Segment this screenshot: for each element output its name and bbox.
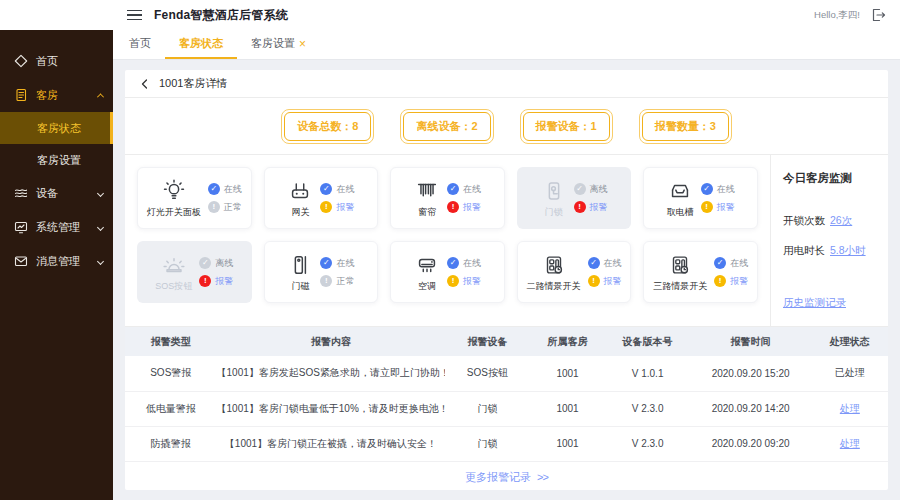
sidebar-item-messages[interactable]: 消息管理 [0,244,113,278]
ac-icon [414,252,440,278]
status-label: 在线 [730,257,748,270]
sidebar-item-room-status[interactable]: 客房状态 [0,112,113,144]
tab-room-settings[interactable]: 客房设置 × [237,30,320,59]
stat-alarm-count: 报警数量：3 [639,109,732,144]
cell-alarm-type: 防撬警报 [125,426,217,461]
status-label: 报警 [215,275,233,288]
device-name: 灯光开关面板 [147,206,201,219]
today-monitor-panel: 今日客房监测 开锁次数26次 用电时长5.8小时 历史监测记录 [770,155,888,326]
tab-home[interactable]: 首页 [115,30,165,59]
device-card-light-panel[interactable]: 灯光开关面板 在线 正常 [137,167,252,229]
device-name: 空调 [418,280,436,293]
status-label: 离线 [215,257,233,270]
handle-link[interactable]: 处理 [840,438,860,449]
col-alarm-type: 报警类型 [125,327,217,356]
cell-alarm-time: 2020.09.20 09:20 [690,426,812,461]
device-name: 取电槽 [667,206,694,219]
metric-label: 开锁次数 [783,214,825,226]
history-records-link[interactable]: 历史监测记录 [783,296,846,310]
tab-label: 客房设置 [251,36,295,51]
status-label: 报警 [730,275,748,288]
more-alarm-records-link[interactable]: 更多报警记录>> [465,471,548,483]
sidebar-item-devices[interactable]: 设备 [0,176,113,210]
device-card-ac[interactable]: 空调 在线 报警 [390,241,505,303]
device-card-grid: 灯光开关面板 在线 正常 [125,155,770,326]
sidebar-item-label: 客房状态 [37,121,81,136]
status-label: 在线 [604,257,622,270]
sidebar-item-system[interactable]: 系统管理 [0,210,113,244]
online-status-icon [447,257,459,269]
device-name: SOS按钮 [155,280,192,293]
device-card-curtain[interactable]: 窗帘 在线 报警 [390,167,505,229]
alarm-status-icon [588,275,600,287]
tab-bar: 首页 客房状态 客房设置 × [113,30,900,60]
gateway-icon [287,178,313,204]
top-header: Fenda智慧酒店后管系统 Hello,李四! [0,0,900,30]
power-duration-link[interactable]: 5.8小时 [830,244,866,256]
cell-room: 1001 [529,356,605,391]
handle-link[interactable]: 处理 [840,403,860,414]
system-icon [14,220,28,234]
online-status-icon [588,257,600,269]
table-row: 防撬警报 【1001】客房门锁正在被撬，请及时确认安全！ 门锁 1001 V 2… [125,426,888,461]
logout-icon[interactable] [870,7,886,23]
close-icon[interactable]: × [299,38,306,50]
device-card-gateway[interactable]: 网关 在线 报警 [264,167,379,229]
device-card-scene-switch-3[interactable]: 三路情景开关 在线 报警 [643,241,758,303]
device-card-scene-switch-2[interactable]: 二路情景开关 在线 报警 [517,241,632,303]
stat-value: 3 [710,120,716,132]
cell-device-version: V 2.3.0 [606,391,690,426]
scene-switch-icon [667,252,693,278]
device-card-door-magnet[interactable]: 门磁 在线 正常 [264,241,379,303]
sidebar-item-home[interactable]: 首页 [0,44,113,78]
chevron-down-icon [97,189,104,196]
sidebar-item-label: 客房设置 [37,153,81,168]
online-status-icon [199,257,211,269]
alarm-status-icon [574,201,586,213]
device-name: 窗帘 [418,206,436,219]
online-status-icon [447,183,459,195]
back-icon[interactable] [139,78,151,90]
alarm-table: 报警类型 报警内容 报警设备 所属客房 设备版本号 报警时间 处理状态 SOS警… [125,327,888,462]
device-card-sos-button[interactable]: SOS按钮 离线 报警 [137,241,252,303]
sidebar-item-label: 客房 [36,88,58,103]
rooms-icon [14,88,28,102]
cell-alarm-content: 【1001】客房发起SOS紧急求助，请立即上门协助！ [217,356,446,391]
page-title: 1001客房详情 [159,76,227,91]
metric-label: 用电时长 [783,244,825,256]
device-name: 三路情景开关 [653,280,707,293]
status-label: 在线 [336,183,354,196]
status-label: 报警 [336,201,354,214]
tab-room-status[interactable]: 客房状态 [165,30,237,59]
device-name: 网关 [291,206,309,219]
stat-label: 离线设备： [416,120,471,132]
sidebar-item-rooms[interactable]: 客房 [0,78,113,112]
stat-label: 报警设备： [536,120,591,132]
status-label: 在线 [463,183,481,196]
col-alarm-content: 报警内容 [217,327,446,356]
cell-alarm-device: SOS按钮 [445,356,529,391]
power-slot-icon [667,178,693,204]
stat-alarm-devices: 报警设备：1 [520,109,613,144]
cell-alarm-device: 门锁 [445,426,529,461]
more-label: 更多报警记录 [465,471,531,483]
sidebar-item-room-settings[interactable]: 客房设置 [0,144,113,176]
menu-toggle-icon[interactable] [127,10,142,21]
sidebar-item-label: 消息管理 [36,254,80,269]
status-label: 在线 [336,257,354,270]
chevron-up-icon [97,93,104,100]
device-card-power-slot[interactable]: 取电槽 在线 报警 [643,167,758,229]
device-name: 门锁 [545,206,563,219]
unlock-count-link[interactable]: 26次 [830,214,852,226]
status-label: 报警 [463,275,481,288]
door-lock-icon [541,178,567,204]
alarm-status-icon [447,201,459,213]
stat-value: 2 [471,120,477,132]
scene-switch-icon [541,252,567,278]
status-label: 离线 [590,183,608,196]
devices-icon [14,186,28,200]
bulb-icon [161,178,187,204]
device-card-door-lock[interactable]: 门锁 离线 报警 [517,167,632,229]
status-label: 在线 [224,183,242,196]
handled-status: 已处理 [835,367,865,378]
